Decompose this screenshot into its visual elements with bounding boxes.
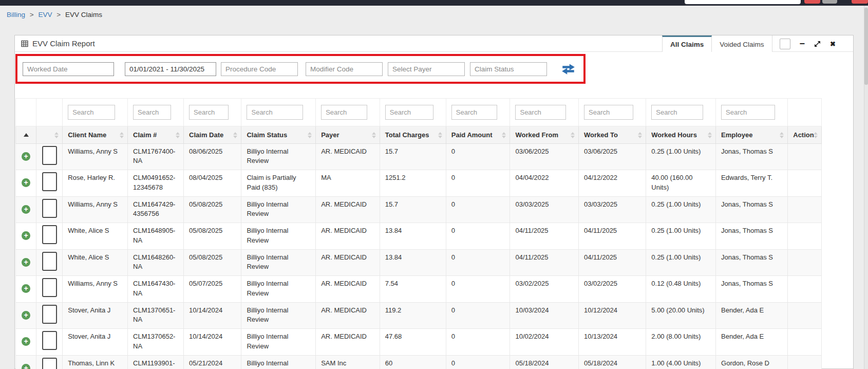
expand-row-button[interactable]: + (22, 231, 30, 240)
expand-icon[interactable] (814, 41, 821, 47)
row-checkbox[interactable] (42, 278, 57, 297)
select-all-checkbox[interactable] (780, 39, 790, 49)
column-header-claim-status[interactable]: Claim Status (241, 126, 316, 144)
sort-carets-icon (308, 132, 312, 138)
expand-row-button[interactable]: + (22, 284, 30, 293)
breadcrumb-link-evv[interactable]: EVV (38, 11, 52, 19)
search-input-worked-to[interactable] (584, 105, 633, 120)
topbar-gray-button[interactable] (822, 0, 837, 4)
cell-claim-date: 08/06/2025 (184, 144, 241, 170)
column-header-employee[interactable]: Employee (716, 126, 788, 144)
search-input-claim-date[interactable] (189, 105, 229, 120)
cell-claim-date: 08/04/2025 (184, 170, 241, 196)
topbar-red-button-2[interactable] (852, 0, 868, 4)
search-input-claim[interactable] (133, 105, 171, 120)
cell-expand: + (16, 144, 36, 170)
breadcrumb-current-page: EVV Claims (65, 11, 102, 19)
scrollbar-thumb[interactable] (864, 8, 868, 85)
filter-highlight-box (15, 54, 586, 84)
cell-payer: AR. MEDICAID (316, 249, 380, 275)
cell-worked-from: 04/11/2025 (510, 249, 579, 275)
tab-voided-claims[interactable]: Voided Claims (712, 35, 772, 52)
tab-all-claims[interactable]: All Claims (662, 35, 712, 52)
evv-claim-report-panel: EVV Claim Report All Claims Voided Claim… (14, 35, 854, 369)
cell-payer: SAM Inc (316, 355, 380, 369)
expand-row-button[interactable]: + (22, 178, 30, 187)
cell-paid-amount: 0 (446, 329, 510, 355)
cell-employee: Jonas, Thomas S (716, 144, 788, 170)
cell-claim-status: Billiyo Internal Review (241, 329, 316, 355)
expand-row-button[interactable]: + (22, 152, 30, 161)
search-input-total-charges[interactable] (385, 105, 433, 120)
search-input-worked-hours[interactable] (651, 105, 703, 120)
topbar-red-button-1[interactable] (804, 0, 820, 4)
claim-status-select[interactable] (470, 62, 547, 76)
sort-carets-icon (120, 132, 124, 138)
column-header-select[interactable] (36, 126, 63, 144)
column-header-claim-date[interactable]: Claim Date (184, 126, 241, 144)
row-checkbox[interactable] (42, 172, 57, 191)
search-input-payer[interactable] (321, 105, 367, 120)
column-header-paid-amount[interactable]: Paid Amount (446, 126, 510, 144)
column-header-worked-hours[interactable]: Worked Hours (646, 126, 716, 144)
table-header-row: Client NameClaim #Claim DateClaim Status… (16, 126, 822, 144)
cell-select (36, 170, 63, 196)
row-checkbox[interactable] (42, 199, 57, 218)
cell-worked-hours: 0.25 (1.00 Units) (646, 249, 716, 275)
topbar-search-input[interactable] (685, 0, 801, 4)
row-checkbox[interactable] (42, 225, 57, 244)
search-input-worked-from[interactable] (515, 105, 566, 120)
cell-client-name: Williams, Anny S (63, 276, 128, 302)
cell-paid-amount: 0 (446, 249, 510, 275)
search-input-employee[interactable] (721, 105, 775, 120)
expand-row-button[interactable]: + (22, 258, 30, 267)
breadcrumb-separator: > (30, 11, 34, 19)
vertical-scrollbar[interactable] (864, 6, 868, 369)
cell-employee: Jonas, Thomas S (716, 276, 788, 302)
cell-worked-to: 03/02/2025 (579, 276, 646, 302)
row-checkbox[interactable] (42, 146, 57, 165)
modifier-code-input[interactable] (306, 62, 383, 76)
column-header-claim[interactable]: Claim # (128, 126, 184, 144)
worked-date-input[interactable] (23, 62, 114, 76)
payer-select[interactable] (388, 62, 465, 76)
cell-client-name: Stover, Anita J (63, 329, 128, 355)
column-header-payer[interactable]: Payer (316, 126, 380, 144)
row-checkbox[interactable] (42, 252, 57, 271)
cell-action (788, 144, 822, 170)
column-header-action[interactable]: Action (788, 126, 822, 144)
procedure-code-input[interactable] (221, 62, 298, 76)
collapse-icon[interactable]: − (800, 39, 805, 48)
breadcrumb-link-billing[interactable]: Billing (7, 11, 25, 19)
row-checkbox[interactable] (42, 331, 57, 350)
column-label: Worked Hours (651, 131, 697, 139)
column-header-worked-to[interactable]: Worked To (579, 126, 646, 144)
expand-row-button[interactable]: + (22, 337, 30, 346)
search-input-paid-amount[interactable] (451, 105, 498, 120)
cell-select (36, 302, 63, 328)
column-header-expand[interactable] (16, 126, 36, 144)
search-input-claim-status[interactable] (247, 105, 303, 120)
column-header-total-charges[interactable]: Total Charges (380, 126, 446, 144)
sort-carets-icon (708, 132, 712, 138)
sort-carets-icon (176, 132, 180, 138)
cell-payer: AR. MEDICAID (316, 276, 380, 302)
cell-expand: + (16, 170, 36, 196)
claim-date-range-input[interactable] (125, 62, 216, 76)
cell-claim-number: CLM1647429-4356756 (128, 196, 184, 223)
column-header-worked-from[interactable]: Worked From (510, 126, 579, 144)
table-grid-icon (21, 40, 28, 47)
search-cell-paid-amount (446, 99, 510, 126)
refresh-exchange-icon[interactable] (561, 63, 575, 75)
row-checkbox[interactable] (42, 305, 57, 324)
cell-expand: + (16, 196, 36, 223)
row-checkbox[interactable] (42, 358, 57, 369)
close-icon[interactable]: ✖ (830, 41, 836, 47)
cell-client-name: Williams, Anny S (63, 144, 128, 170)
expand-row-button[interactable]: + (22, 364, 30, 369)
cell-total-charges: 13.84 (380, 249, 446, 275)
expand-row-button[interactable]: + (22, 311, 30, 320)
expand-row-button[interactable]: + (22, 205, 30, 214)
search-input-client-name[interactable] (68, 105, 115, 120)
column-header-client-name[interactable]: Client Name (63, 126, 128, 144)
